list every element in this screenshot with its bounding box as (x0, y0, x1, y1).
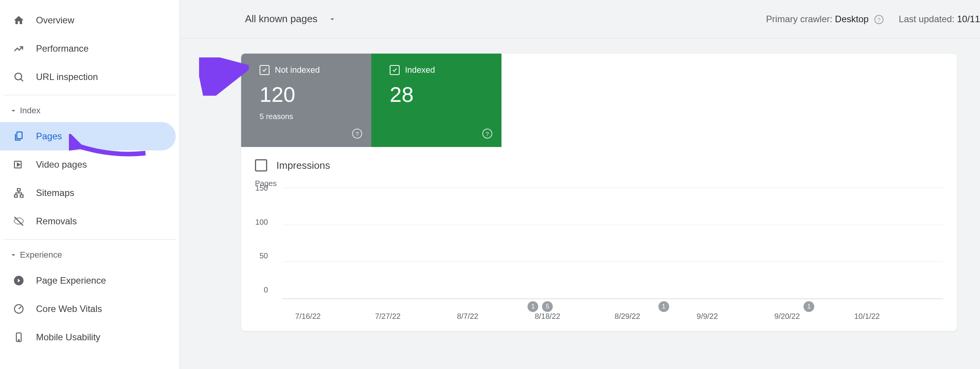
svg-point-0 (15, 73, 22, 80)
sidebar-item-core-web-vitals[interactable]: Core Web Vitals (0, 295, 180, 323)
sidebar-item-label: Mobile Usability (36, 332, 100, 343)
svg-point-9 (18, 340, 20, 341)
primary-crawler: Primary crawler: Desktop ? (766, 14, 884, 24)
svg-rect-3 (17, 189, 20, 191)
tab-subtext: 5 reasons (260, 112, 361, 121)
section-title: Experience (20, 250, 62, 260)
search-icon (13, 71, 36, 83)
divider (4, 95, 176, 95)
divider (4, 239, 176, 240)
tab-label: Indexed (405, 65, 435, 75)
impressions-label: Impressions (276, 160, 330, 171)
sidebar-item-video-pages[interactable]: Video pages (0, 150, 180, 179)
pages-icon (13, 131, 36, 142)
filter-label: All known pages (245, 13, 317, 25)
sidebar-item-mobile-usability[interactable]: Mobile Usability (0, 323, 180, 351)
sidebar-item-sitemaps[interactable]: Sitemaps (0, 179, 180, 207)
sidebar-item-label: Video pages (36, 159, 87, 170)
chevron-down-icon (9, 251, 18, 259)
sidebar-item-label: Performance (36, 43, 88, 54)
trend-icon (13, 43, 36, 54)
removals-icon (13, 216, 36, 227)
section-title: Index (20, 106, 41, 116)
chart-event-markers: 1511 (283, 299, 943, 312)
mobile-icon (13, 331, 36, 343)
checkbox-icon (260, 65, 270, 75)
tab-value: 120 (260, 82, 361, 107)
filter-dropdown[interactable]: All known pages (245, 13, 336, 25)
checkbox-icon (390, 65, 400, 75)
sidebar-item-label: Sitemaps (36, 188, 74, 198)
svg-rect-4 (15, 195, 18, 197)
sidebar-item-label: Core Web Vitals (36, 304, 102, 314)
tab-not-indexed[interactable]: Not indexed 120 5 reasons ? (241, 54, 371, 147)
tab-indexed[interactable]: Indexed 28 ? (371, 54, 501, 147)
circle-arrow-icon (13, 275, 36, 286)
sidebar-item-label: Pages (36, 131, 62, 142)
section-header-index[interactable]: Index (0, 99, 180, 122)
svg-rect-1 (17, 132, 22, 139)
sidebar-item-url-inspection[interactable]: URL inspection (0, 63, 180, 91)
sitemap-icon (13, 187, 36, 199)
help-icon[interactable]: ? (482, 129, 492, 139)
tab-value: 28 (390, 82, 491, 107)
tab-label: Not indexed (275, 65, 320, 75)
chevron-down-icon (9, 106, 18, 115)
sidebar-item-performance[interactable]: Performance (0, 34, 180, 63)
sidebar-item-label: Overview (36, 15, 74, 26)
video-icon (13, 159, 36, 170)
sidebar-item-overview[interactable]: Overview (0, 6, 180, 34)
chart-plot[interactable] (283, 188, 943, 299)
last-updated: Last updated: 10/11 (899, 14, 980, 24)
sidebar-item-removals[interactable]: Removals (0, 207, 180, 235)
sidebar-item-page-experience[interactable]: Page Experience (0, 266, 180, 295)
impressions-toggle[interactable]: Impressions (241, 147, 957, 175)
sidebar-item-label: Removals (36, 216, 77, 227)
sidebar-item-label: URL inspection (36, 72, 98, 82)
x-axis-labels: 7/16/227/27/228/7/228/18/228/29/229/9/22… (283, 312, 943, 323)
chart: Pages 150100500 1511 7/16/227/27/228/7/2… (241, 175, 957, 323)
sidebar: Overview Performance URL inspection Inde… (0, 0, 180, 369)
toolbar: All known pages Primary crawler: Desktop… (180, 0, 980, 38)
sidebar-item-label: Page Experience (36, 275, 106, 286)
y-axis-ticks: 150100500 (243, 184, 268, 294)
checkbox-empty-icon (255, 159, 267, 171)
help-icon[interactable]: ? (352, 129, 362, 139)
svg-rect-5 (20, 195, 23, 197)
sidebar-item-pages[interactable]: Pages (0, 122, 176, 150)
section-header-experience[interactable]: Experience (0, 243, 180, 266)
home-icon (13, 15, 36, 26)
main-content: All known pages Primary crawler: Desktop… (180, 0, 980, 369)
speed-icon (13, 303, 36, 315)
help-icon[interactable]: ? (874, 15, 884, 24)
chevron-down-icon (328, 15, 336, 23)
y-axis-title: Pages (255, 179, 943, 188)
indexing-card: Not indexed 120 5 reasons ? Indexed (241, 54, 957, 331)
